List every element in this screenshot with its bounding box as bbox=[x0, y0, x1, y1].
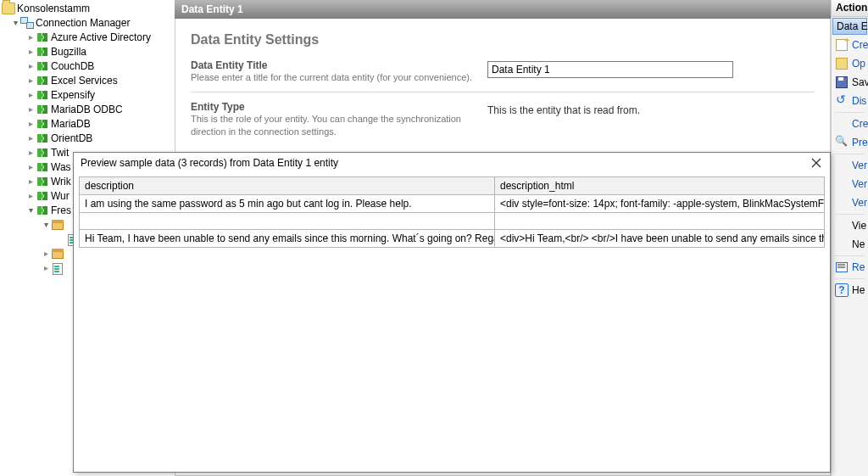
puzzle-icon bbox=[36, 46, 49, 58]
cell: <div style=font-size: 14px; font-family:… bbox=[495, 195, 825, 213]
table-row[interactable]: Hi Team, I have been unable to send any … bbox=[80, 230, 825, 248]
field-label: Entity Type bbox=[191, 101, 487, 113]
action-create[interactable]: Cre bbox=[832, 36, 868, 54]
expand-icon[interactable] bbox=[25, 133, 36, 143]
new-icon bbox=[835, 38, 849, 52]
tree-item-label: MariaDB bbox=[51, 118, 91, 130]
puzzle-icon bbox=[36, 204, 49, 216]
tree-item[interactable]: Excel Services bbox=[2, 73, 175, 87]
save-icon bbox=[835, 76, 849, 89]
expand-icon[interactable] bbox=[25, 205, 36, 215]
preview-table: description description_html I am using … bbox=[79, 176, 825, 248]
puzzle-icon bbox=[36, 161, 49, 173]
actions-panel: Actions Data En Cre Op Sav Dis Cre Pre V… bbox=[831, 0, 868, 476]
action-rename[interactable]: Re bbox=[832, 258, 868, 277]
action-open[interactable]: Op bbox=[832, 54, 868, 73]
close-button[interactable] bbox=[810, 156, 823, 170]
cell: I am using the same password as 5 min ag… bbox=[80, 195, 495, 213]
table-row[interactable] bbox=[80, 213, 825, 230]
tree-item-label: Wur bbox=[51, 190, 70, 202]
tree-item-label: Twit bbox=[51, 147, 69, 159]
puzzle-icon bbox=[36, 132, 49, 144]
tree-item-label: Excel Services bbox=[51, 75, 118, 87]
tree-root-label: Konsolenstamm bbox=[17, 3, 90, 14]
entity-icon bbox=[51, 262, 64, 274]
column-header[interactable]: description bbox=[80, 177, 495, 195]
tree-item[interactable]: Azure Active Directory bbox=[2, 30, 175, 44]
action-discard[interactable]: Dis bbox=[832, 92, 868, 110]
separator bbox=[835, 278, 865, 279]
close-icon bbox=[811, 158, 821, 168]
open-icon bbox=[835, 57, 849, 70]
separator bbox=[835, 112, 865, 113]
tree-item-label: MariaDB ODBC bbox=[51, 104, 123, 115]
expand-icon[interactable] bbox=[25, 32, 36, 42]
content-header-title: Data Entity 1 bbox=[181, 3, 243, 15]
column-header[interactable]: description_html bbox=[495, 177, 825, 195]
expand-icon[interactable] bbox=[25, 162, 36, 171]
tree-item[interactable]: MariaDB ODBC bbox=[2, 102, 175, 116]
cell bbox=[495, 213, 825, 230]
undo-icon bbox=[835, 94, 849, 108]
expand-icon[interactable] bbox=[25, 90, 36, 99]
preview-icon bbox=[835, 136, 849, 149]
folder-icon bbox=[2, 3, 15, 14]
action-verify3[interactable]: Ver bbox=[832, 193, 868, 212]
expand-icon[interactable] bbox=[25, 119, 36, 128]
tree-cm-label: Connection Manager bbox=[36, 17, 130, 29]
spacer-icon bbox=[835, 159, 849, 172]
tree-item[interactable]: Bugzilla bbox=[2, 44, 175, 59]
puzzle-icon bbox=[36, 176, 49, 188]
field-description: This is the role of your entity. You can… bbox=[191, 113, 487, 137]
puzzle-icon bbox=[36, 60, 49, 72]
action-verify2[interactable]: Ver bbox=[832, 175, 868, 193]
spacer-icon bbox=[835, 117, 849, 131]
field-label: Data Entity Title bbox=[191, 59, 487, 71]
spacer-icon bbox=[835, 219, 849, 232]
tree-item-label: Fres bbox=[51, 204, 71, 216]
action-help[interactable]: He bbox=[832, 281, 868, 300]
tree-item-label: Was bbox=[51, 161, 71, 173]
tree-item-label: OrientDB bbox=[51, 132, 92, 144]
expand-icon[interactable] bbox=[41, 220, 51, 229]
action-new[interactable]: Ne bbox=[832, 235, 868, 254]
tree-item[interactable]: CouchDB bbox=[2, 59, 175, 73]
tree-root[interactable]: Konsolenstamm bbox=[2, 1, 175, 15]
preview-dialog: Preview sample data (3 records) from Dat… bbox=[73, 152, 831, 473]
tree-item[interactable]: Expensify bbox=[2, 87, 175, 102]
action-preview[interactable]: Pre bbox=[832, 133, 868, 152]
datasource-icon bbox=[51, 219, 64, 231]
tree-item[interactable]: OrientDB bbox=[2, 131, 175, 145]
action-view[interactable]: Vie bbox=[832, 216, 868, 235]
action-create2[interactable]: Cre bbox=[832, 115, 868, 133]
tree-connection-manager[interactable]: Connection Manager bbox=[2, 15, 175, 30]
puzzle-icon bbox=[36, 89, 49, 101]
expand-icon[interactable] bbox=[10, 18, 20, 27]
expand-icon[interactable] bbox=[25, 47, 36, 56]
tree-item[interactable]: MariaDB bbox=[2, 116, 175, 131]
dialog-title: Preview sample data (3 records) from Dat… bbox=[81, 157, 338, 169]
connection-manager-icon bbox=[20, 17, 34, 29]
separator bbox=[835, 214, 865, 215]
tree-item-label: Bugzilla bbox=[51, 46, 86, 58]
entity-type-value: This is the entity that is read from. bbox=[487, 103, 815, 116]
expand-icon[interactable] bbox=[41, 249, 51, 258]
cell: Hi Team, I have been unable to send any … bbox=[80, 230, 495, 248]
tree-item-label: Azure Active Directory bbox=[51, 31, 151, 43]
expand-icon[interactable] bbox=[25, 61, 36, 70]
expand-icon[interactable] bbox=[25, 191, 36, 200]
action-save[interactable]: Sav bbox=[832, 73, 868, 92]
tree-item-label: Wrik bbox=[51, 176, 71, 188]
field-entity-type: Entity Type This is the role of your ent… bbox=[191, 101, 815, 146]
entity-title-input[interactable] bbox=[487, 61, 733, 78]
action-verify[interactable]: Ver bbox=[832, 156, 868, 175]
expand-icon[interactable] bbox=[25, 76, 36, 85]
expand-icon[interactable] bbox=[25, 104, 36, 114]
expand-icon[interactable] bbox=[25, 148, 36, 157]
expand-icon[interactable] bbox=[25, 176, 36, 186]
puzzle-icon bbox=[36, 75, 49, 87]
rename-icon bbox=[835, 260, 849, 274]
expand-icon[interactable] bbox=[41, 263, 51, 272]
puzzle-icon bbox=[36, 118, 49, 130]
table-row[interactable]: I am using the same password as 5 min ag… bbox=[80, 195, 825, 213]
